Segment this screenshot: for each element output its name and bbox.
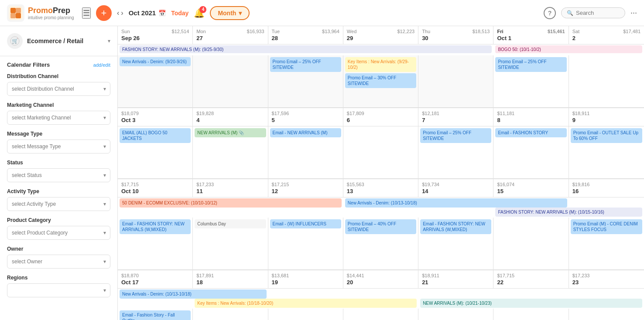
span-event[interactable]: New Arrivals - Denim: (10/13-10/18) — [345, 198, 567, 208]
span-event[interactable]: NEW ARRIVALS (M): (10/21-10/23) — [420, 299, 642, 308]
filter-label-message: Message Type — [7, 131, 110, 137]
span-event[interactable]: FASHION STORY: NEW ARRIVALS (M): (10/15-… — [495, 208, 642, 217]
day-header: $17,233 11 — [193, 179, 268, 197]
svg-text:🛒: 🛒 — [12, 37, 18, 44]
day-header: $16,074 15 — [493, 179, 569, 197]
day-cell: Promo Email – 25% OFF SITEWIDE — [493, 55, 569, 108]
day-cell: Email - Fashion Story - Fall Outfits — [118, 309, 193, 320]
event[interactable]: Email - NEW ARRIVALS (M) — [270, 128, 341, 137]
filter-distribution-channel: Distribution Channel select Distribution… — [7, 73, 110, 96]
week-header-2: $18,079 Oct 3 $19,828 4 $17,596 5 $17,80… — [118, 108, 644, 126]
filters-header: Calendar Filters add/edit — [7, 61, 110, 68]
view-mode-label: Month — [218, 10, 236, 17]
search-icon: 🔍 — [567, 10, 573, 16]
day-header: $19,828 4 — [193, 108, 268, 126]
regions-wrapper — [7, 283, 110, 297]
event[interactable]: Email - Fashion Story - Fall Outfits — [120, 310, 191, 320]
calendar-area: Sun$12,514 Sep 26 Mon$16,933 27 Tue$13,9… — [118, 26, 644, 320]
event[interactable]: New Arrivals - Denim: (9/20-9/26) — [120, 57, 191, 66]
day-cell: Email - (W) INFLUENCERS — [268, 218, 343, 270]
day-cell — [343, 126, 418, 179]
span-event[interactable]: FASHION STORY: NEW ARRIVALS (M): (9/25-9… — [120, 45, 492, 53]
event[interactable]: Email - (W) INFLUENCERS — [270, 219, 341, 228]
event[interactable]: Promo Email - OUTLET SALE Up To 60% OFF — [571, 128, 642, 143]
day-cell — [418, 309, 493, 320]
day-cell — [493, 309, 569, 320]
logo-area: PromoPrep intuitive promo planning — [7, 4, 77, 22]
owner-select[interactable]: select Owner — [7, 255, 110, 269]
event[interactable]: Email - FASHION STORY: NEW ARRIVALS (W,M… — [120, 219, 191, 234]
help-button[interactable]: ? — [544, 7, 556, 19]
event[interactable]: Promo Email – 30% OFF SITEWIDE — [345, 73, 416, 88]
week-cells-1: New Arrivals - Denim: (9/20-9/26) Promo … — [118, 55, 644, 108]
week-header-4: $18,870 Oct 17 $17,891 18 $13,681 19 $14… — [118, 270, 644, 289]
date-display: Oct 2021 📅 — [129, 9, 166, 17]
filter-regions: Regions — [7, 275, 110, 297]
filter-activity-type: Activity Type select Activity Type — [7, 188, 110, 211]
filter-label-regions: Regions — [7, 275, 110, 281]
next-button[interactable]: › — [121, 9, 123, 17]
week-spans-3: 50 DENIM - ECOMM EXCLUSIVE: (10/10-10/12… — [118, 197, 644, 218]
span-event[interactable]: BOGO 50: (10/1-10/2) — [495, 45, 642, 53]
search-input[interactable] — [576, 10, 620, 16]
span-event[interactable]: Key Items : New Arrivals: (10/18-10/20) — [195, 299, 417, 308]
day-header: $17,596 5 — [268, 108, 343, 126]
span-event-cell[interactable]: Key Items : New Arrivals: (9/29-10/2) — [345, 57, 416, 72]
day-header-fri: Fri$15,461 Oct 1 — [493, 26, 569, 44]
event[interactable]: Promo Email – 25% OFF SITEWIDE — [495, 57, 566, 72]
event[interactable]: Promo Email – 40% OFF SITEWIDE — [345, 219, 416, 234]
sidebar-chevron-icon[interactable]: ▾ — [108, 38, 110, 44]
message-type-select[interactable]: select Message Type — [7, 140, 110, 153]
event[interactable]: EMAIL (ALL) BOGO 50 JACKETS — [120, 128, 191, 143]
month-view-button[interactable]: Month ▾ — [210, 6, 250, 20]
week-block-2: $18,079 Oct 3 $19,828 4 $17,596 5 $17,80… — [118, 108, 644, 179]
status-wrapper: select Status — [7, 168, 110, 182]
day-header-tue: Tue$13,964 28 — [268, 26, 343, 44]
status-select[interactable]: select Status — [7, 168, 110, 182]
sidebar-title: Ecommerce / Retail — [27, 37, 103, 44]
logo-name: PromoPrep — [28, 6, 74, 15]
logo-subtitle: intuitive promo planning — [28, 15, 74, 20]
day-cell: Email - NEW ARRIVALS (M) — [268, 126, 343, 179]
distribution-channel-select[interactable]: select Distribution Channel — [7, 82, 110, 96]
notification-button[interactable]: 🔔 4 — [194, 8, 205, 18]
event[interactable]: Email - FASHION STORY — [495, 128, 566, 137]
more-options-button[interactable]: ··· — [630, 8, 637, 17]
today-button[interactable]: Today — [171, 10, 188, 17]
top-nav: PromoPrep intuitive promo planning ☰ + ‹… — [0, 0, 644, 26]
week-spans-4: New Arrivals - Denim: (10/13-10/18) Key … — [118, 289, 644, 309]
calendar-icon[interactable]: 📅 — [158, 10, 166, 17]
activity-type-select[interactable]: select Activity Type — [7, 197, 110, 211]
day-cell — [193, 55, 268, 108]
sidebar: 🛒 Ecommerce / Retail ▾ Calendar Filters … — [0, 26, 118, 320]
event[interactable]: Columbus Day — [195, 219, 266, 228]
event[interactable]: Promo Email – 25% OFF SITEWIDE — [420, 128, 491, 143]
day-cell: Columbus Day — [193, 218, 268, 270]
day-header: $17,809 6 — [343, 108, 418, 126]
event[interactable]: Email - FASHION STORY: NEW ARRIVALS (W,M… — [420, 219, 491, 234]
span-event[interactable]: 50 DENIM - ECOMM EXCLUSIVE: (10/10-10/12… — [120, 198, 342, 208]
owner-wrapper: select Owner — [7, 255, 110, 269]
marketing-channel-select[interactable]: select Marketing Channel — [7, 111, 110, 125]
event[interactable]: Promo Email – 25% OFF SITEWIDE — [270, 57, 341, 72]
add-edit-link[interactable]: add/edit — [93, 62, 110, 68]
day-header-sat: Sat$17,481 2 — [569, 26, 644, 44]
span-event[interactable]: New Arrivals - Denim: (10/13-10/18) — [120, 289, 267, 299]
day-header: $13,681 19 — [268, 270, 343, 289]
day-cell: Promo Email - OUTLET SALE Up To 60% OFF — [569, 126, 644, 179]
add-button[interactable]: + — [96, 5, 112, 21]
week-cells-4: Email - Fashion Story - Fall Outfits — [118, 309, 644, 320]
day-header: $17,891 18 — [193, 270, 268, 289]
regions-select[interactable] — [7, 283, 110, 297]
hamburger-button[interactable]: ☰ — [82, 7, 91, 19]
filter-label-owner: Owner — [7, 246, 110, 252]
day-header: $17,715 22 — [493, 270, 569, 289]
event[interactable]: NEW ARRIVALS (M) 📎 — [195, 128, 266, 137]
day-cell: Promo Email – 25% OFF SITEWIDE — [268, 55, 343, 108]
product-category-select[interactable]: select Product Category — [7, 226, 110, 240]
day-cell — [268, 309, 343, 320]
week-header-1: Sun$12,514 Sep 26 Mon$16,933 27 Tue$13,9… — [118, 26, 644, 44]
event[interactable]: Promo Email (M) - CORE DENIM STYLES FOCU… — [571, 219, 642, 234]
day-header: $17,715 Oct 10 — [118, 179, 193, 197]
prev-button[interactable]: ‹ — [117, 9, 119, 17]
